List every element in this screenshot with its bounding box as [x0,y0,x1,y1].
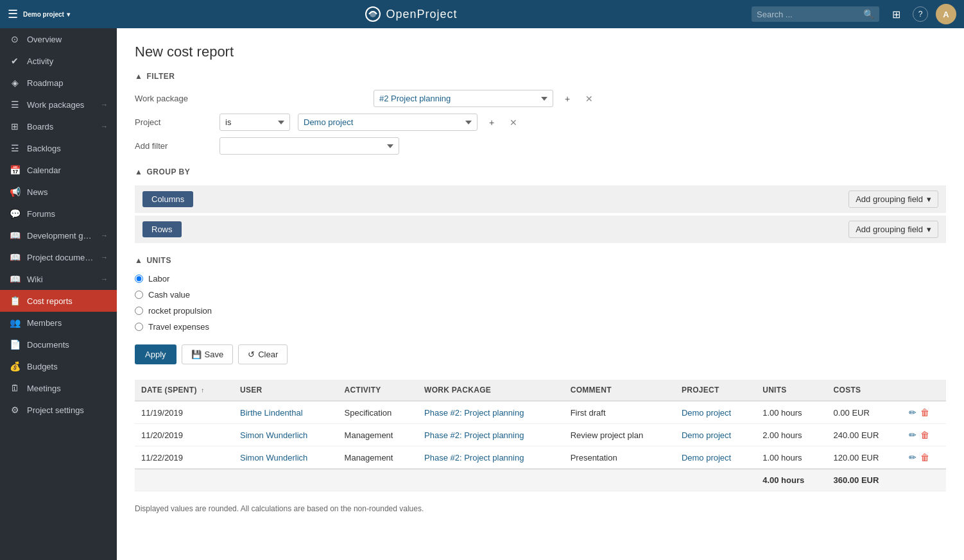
sidebar-label-activity: Activity [27,56,108,66]
filter-add-workpackage[interactable]: + [561,91,574,106]
units-header[interactable]: ▲ UNITS [135,256,946,265]
apply-button[interactable]: Apply [135,344,176,364]
filter-remove-workpackage[interactable]: ✕ [581,91,597,106]
filter-add-project[interactable]: + [485,115,498,130]
sidebar-item-project-settings[interactable]: ⚙ Project settings [0,399,117,421]
wp-link-2[interactable]: Phase #2: Project planning [424,453,524,462]
col-header-activity: ACTIVITY [338,380,418,401]
cell-user-0: Birthe Lindenthal [234,401,338,424]
unit-radio-rocket-propulsion[interactable] [135,307,143,315]
sidebar-label-meetings: Meetings [27,384,108,393]
cell-comment-1: Review project plan [564,424,675,446]
sidebar-item-documents[interactable]: 📄 Documents [0,334,117,355]
sidebar-item-calendar[interactable]: 📅 Calendar [0,159,117,181]
search-box[interactable]: 🔍 [752,6,879,22]
filter-value-workpackage[interactable]: #2 Project planning [374,90,553,107]
sidebar-item-wiki[interactable]: 📖 Wiki → [0,268,117,290]
forums-icon: 💬 [9,208,21,219]
filter-header[interactable]: ▲ FILTER [135,72,946,81]
unit-radio-cash-value[interactable] [135,291,143,299]
project-link-1[interactable]: Demo project [682,430,731,440]
sidebar-item-development[interactable]: 📖 Development guideli... → [0,225,117,246]
group-by-header[interactable]: ▲ GROUP BY [135,167,946,176]
filter-label-workpackage: Work package [135,94,212,103]
cell-units-2: 1.00 hours [756,446,827,470]
unit-option-travel-expenses[interactable]: Travel expenses [135,322,946,332]
activity-icon: ✔ [9,56,21,66]
add-grouping-rows-button[interactable]: Add grouping field ▾ [848,221,938,238]
hamburger-icon[interactable]: ☰ [8,7,18,21]
help-icon[interactable]: ? [913,6,928,22]
edit-icon-2[interactable]: ✏ [909,452,917,462]
save-button[interactable]: 💾 Save [182,344,234,364]
wiki-icon: 📖 [9,274,21,284]
filter-operator-project[interactable]: is is not [219,114,290,131]
cell-activity-2: Management [338,446,418,470]
units-label: UNITS [146,256,171,265]
filter-value-project[interactable]: Demo project [298,114,478,131]
sidebar-arrow-development: → [101,232,108,239]
budgets-icon: 💰 [9,361,21,371]
edit-icon-1[interactable]: ✏ [909,430,917,440]
unit-option-rocket-propulsion[interactable]: rocket propulsion [135,306,946,316]
sidebar-item-news[interactable]: 📢 News [0,181,117,203]
cell-activity-0: Specification [338,401,418,424]
edit-icon-0[interactable]: ✏ [909,407,917,418]
overview-icon: ⊙ [9,34,21,44]
project-name[interactable]: Demo project ▾ [23,11,70,18]
boards-icon: ⊞ [9,121,21,132]
columns-tag[interactable]: Columns [142,191,193,207]
delete-icon-1[interactable]: 🗑 [920,430,929,440]
col-header-costs: COSTS [827,380,903,401]
group-by-section: ▲ GROUP BY Columns Add grouping field ▾ … [135,167,946,243]
unit-radio-labor[interactable] [135,275,143,283]
avatar[interactable]: A [936,4,956,24]
rows-tag[interactable]: Rows [142,221,182,237]
user-link-1[interactable]: Simon Wunderlich [240,430,307,440]
sidebar-item-work-packages[interactable]: ☰ Work packages → [0,94,117,115]
unit-option-cash-value[interactable]: Cash value [135,290,946,300]
add-grouping-columns-button[interactable]: Add grouping field ▾ [848,191,938,208]
wp-link-0[interactable]: Phase #2: Project planning [424,408,524,418]
sidebar-label-news: News [27,187,108,197]
cell-comment-0: First draft [564,401,675,424]
delete-icon-2[interactable]: 🗑 [920,452,929,462]
clear-button[interactable]: ↺ Clear [238,344,288,364]
sidebar-item-meetings[interactable]: 🗓 Meetings [0,377,117,399]
sidebar-label-calendar: Calendar [27,165,108,175]
user-link-0[interactable]: Birthe Lindenthal [240,408,303,418]
unit-radio-travel-expenses[interactable] [135,323,143,331]
sidebar-item-project-doc[interactable]: 📖 Project documentati... → [0,246,117,268]
sidebar-item-budgets[interactable]: 💰 Budgets [0,355,117,377]
filter-label-project: Project [135,117,212,127]
sidebar-item-boards[interactable]: ⊞ Boards → [0,115,117,137]
wp-link-1[interactable]: Phase #2: Project planning [424,430,524,440]
unit-label-labor: Labor [148,274,169,284]
development-icon: 📖 [9,230,21,241]
sidebar-item-members[interactable]: 👥 Members [0,312,117,334]
table-row: 11/19/2019 Birthe Lindenthal Specificati… [135,401,946,424]
filter-remove-project[interactable]: ✕ [506,115,521,130]
search-input[interactable] [757,10,859,19]
sidebar-item-overview[interactable]: ⊙ Overview [0,28,117,50]
delete-icon-0[interactable]: 🗑 [920,407,929,418]
sidebar-item-backlogs[interactable]: ☲ Backlogs [0,137,117,159]
project-link-2[interactable]: Demo project [682,453,731,462]
sidebar-arrow-wiki: → [101,275,108,283]
filter-label: FILTER [146,72,175,81]
cell-user-2: Simon Wunderlich [234,446,338,470]
grid-icon[interactable]: ⊞ [887,5,905,23]
top-nav: ☰ Demo project ▾ OpenProject 🔍 ⊞ ? A [0,0,964,28]
cell-costs-0: 0.00 EUR [827,401,903,424]
sidebar-item-forums[interactable]: 💬 Forums [0,203,117,225]
add-filter-select[interactable] [219,137,399,155]
unit-option-labor[interactable]: Labor [135,274,946,284]
table-row: 11/20/2019 Simon Wunderlich Management P… [135,424,946,446]
sidebar-item-roadmap[interactable]: ◈ Roadmap [0,72,117,94]
project-link-0[interactable]: Demo project [682,408,731,418]
sidebar-item-activity[interactable]: ✔ Activity [0,50,117,72]
sidebar-item-cost-reports[interactable]: 📋 Cost reports [0,290,117,312]
col-header-date[interactable]: DATE (SPENT) ↑ [135,380,234,401]
clear-icon: ↺ [248,350,255,359]
user-link-2[interactable]: Simon Wunderlich [240,453,307,462]
